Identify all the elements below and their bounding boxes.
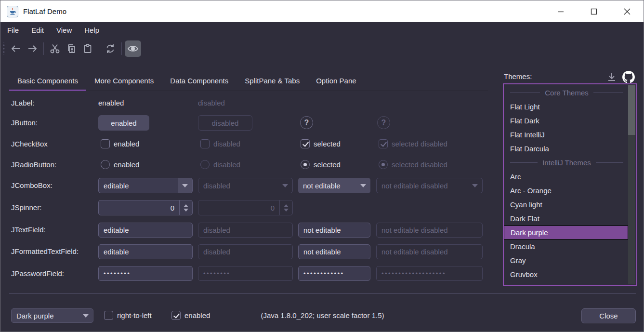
theme-item-gray[interactable]: Gray xyxy=(504,253,628,267)
jformattedtextfield-disabled: disabled xyxy=(198,244,293,259)
cut-icon[interactable] xyxy=(47,40,63,57)
jcombobox-editable[interactable]: editable xyxy=(98,178,193,193)
jcheckbox-disabled: disabled xyxy=(200,139,240,148)
jtextfield-not-editable[interactable]: not editable xyxy=(298,223,370,238)
jtextfield-editable[interactable]: editable xyxy=(98,223,193,238)
checkbox-checked-icon xyxy=(379,139,388,148)
checkbox-icon xyxy=(200,139,210,148)
row-label-jformattedtextfield: JFormattedTextField: xyxy=(11,246,79,257)
menu-help[interactable]: Help xyxy=(78,22,105,38)
window-title: FlatLaf Demo xyxy=(23,7,66,15)
bottom-divider xyxy=(9,293,636,294)
spinner-arrows-icon xyxy=(279,200,292,215)
list-separator: IntelliJ Themes xyxy=(504,156,628,170)
jspinner-disabled: 0 xyxy=(198,200,293,215)
radio-icon[interactable] xyxy=(101,160,110,169)
menu-file[interactable]: File xyxy=(1,22,25,38)
jbutton-enabled[interactable]: enabled xyxy=(98,115,149,131)
radio-selected-icon[interactable] xyxy=(301,160,310,169)
jradiobutton-selected[interactable]: selected xyxy=(301,160,341,169)
app-window: FlatLaf Demo File Edit View Help xyxy=(0,0,644,332)
forward-icon[interactable] xyxy=(24,40,40,57)
jcombobox-disabled: disabled xyxy=(198,178,293,193)
tab-basic-components[interactable]: Basic Components xyxy=(9,70,86,91)
row-label-jcombobox: JComboBox: xyxy=(11,180,53,191)
jformattedtextfield-not-editable-disabled: not editable disabled xyxy=(376,244,483,259)
radio-selected-icon xyxy=(379,160,388,169)
paste-icon[interactable] xyxy=(79,40,96,57)
toolbar-separator xyxy=(99,42,99,55)
show-toggle-eye-icon[interactable] xyxy=(125,40,141,57)
jradiobutton-enabled[interactable]: enabled xyxy=(101,160,139,169)
jtextfield-disabled: disabled xyxy=(198,223,293,238)
row-label-jbutton: JButton: xyxy=(11,118,38,128)
chevron-down-icon[interactable] xyxy=(356,178,370,193)
copy-icon[interactable] xyxy=(63,40,79,57)
jtextfield-not-editable-disabled: not editable disabled xyxy=(376,223,483,238)
jbutton-help[interactable]: ? xyxy=(300,116,313,129)
theme-item-arc-orange[interactable]: Arc - Orange xyxy=(504,184,628,198)
title-bar: FlatLaf Demo xyxy=(0,0,644,22)
jpasswordfield-editable[interactable]: •••••••• xyxy=(98,266,193,281)
close-button[interactable]: Close xyxy=(581,308,636,323)
download-icon[interactable] xyxy=(606,71,618,83)
menu-edit[interactable]: Edit xyxy=(25,22,50,38)
theme-item-flat-light[interactable]: Flat Light xyxy=(504,100,628,114)
java-cup-icon xyxy=(7,6,18,17)
jcheckbox-selected[interactable]: selected xyxy=(301,139,341,148)
theme-item-flat-intellij[interactable]: Flat IntelliJ xyxy=(504,128,628,142)
theme-item-dracula[interactable]: Dracula xyxy=(504,239,628,253)
row-label-jpasswordfield: JPasswordField: xyxy=(11,268,64,279)
radio-icon xyxy=(200,160,210,169)
list-separator: Core Themes xyxy=(504,86,628,100)
theme-item-gruvbox[interactable]: Gruvbox xyxy=(504,267,628,281)
maximize-button[interactable] xyxy=(577,0,610,22)
jformattedtextfield-not-editable[interactable]: not editable xyxy=(298,244,370,259)
tab-splitpane-tabs[interactable]: SplitPane & Tabs xyxy=(237,70,308,91)
themes-list: Core Themes Flat Light Flat Dark Flat In… xyxy=(503,83,637,286)
theme-item-dark-purple[interactable]: Dark purple xyxy=(504,226,628,239)
jformattedtextfield-editable[interactable]: editable xyxy=(98,244,193,259)
tab-option-pane[interactable]: Option Pane xyxy=(308,70,364,91)
jpasswordfield-not-editable[interactable]: •••••••••••• xyxy=(298,266,370,281)
row-label-jradiobutton: JRadioButton: xyxy=(11,159,56,170)
toolbar-grip[interactable] xyxy=(3,42,5,55)
theme-item-dark-flat[interactable]: Dark Flat xyxy=(504,212,628,226)
jradiobutton-disabled: disabled xyxy=(200,160,240,169)
toolbar-separator xyxy=(43,42,44,55)
row-label-jtextfield: JTextField: xyxy=(11,225,46,235)
tab-data-components[interactable]: Data Components xyxy=(162,70,237,91)
github-icon[interactable] xyxy=(622,71,635,83)
theme-item-arc[interactable]: Arc xyxy=(504,170,628,184)
back-icon[interactable] xyxy=(8,40,24,57)
theme-item-cyan-light[interactable]: Cyan light xyxy=(504,198,628,212)
themes-scrollbar[interactable] xyxy=(628,85,635,284)
jcombobox-not-editable[interactable]: not editable xyxy=(298,178,370,193)
theme-item-flat-darcula[interactable]: Flat Darcula xyxy=(504,142,628,156)
themes-label: Themes: xyxy=(504,72,532,80)
jcheckbox-enabled[interactable]: enabled xyxy=(101,139,139,148)
jbutton-help-disabled[interactable]: ? xyxy=(377,116,390,129)
chevron-down-icon xyxy=(468,178,482,193)
refresh-icon[interactable] xyxy=(102,40,118,57)
chevron-down-icon[interactable] xyxy=(178,178,192,193)
jspinner-enabled[interactable]: 0 xyxy=(98,200,193,215)
row-label-jspinner: JSpinner: xyxy=(11,202,41,213)
menu-view[interactable]: View xyxy=(50,22,78,38)
tool-bar xyxy=(0,38,644,59)
row-label-jlabel: JLabel: xyxy=(11,98,34,108)
tab-bar: Basic Components More Components Data Co… xyxy=(9,70,365,91)
menu-bar: File Edit View Help xyxy=(0,22,644,38)
minimize-button[interactable] xyxy=(544,0,577,22)
jpasswordfield-disabled: •••••••• xyxy=(198,266,293,281)
scrollbar-thumb[interactable] xyxy=(628,85,635,135)
jbutton-disabled[interactable]: disabled xyxy=(198,115,252,131)
close-window-button[interactable] xyxy=(610,0,644,22)
jcombobox-not-editable-disabled: not editable disabled xyxy=(376,178,483,193)
theme-item-flat-dark[interactable]: Flat Dark xyxy=(504,114,628,128)
spinner-arrows-icon[interactable] xyxy=(179,200,192,215)
tab-divider xyxy=(9,91,488,91)
checkbox-checked-icon[interactable] xyxy=(301,139,310,148)
checkbox-icon[interactable] xyxy=(101,139,110,148)
tab-more-components[interactable]: More Components xyxy=(86,70,162,91)
